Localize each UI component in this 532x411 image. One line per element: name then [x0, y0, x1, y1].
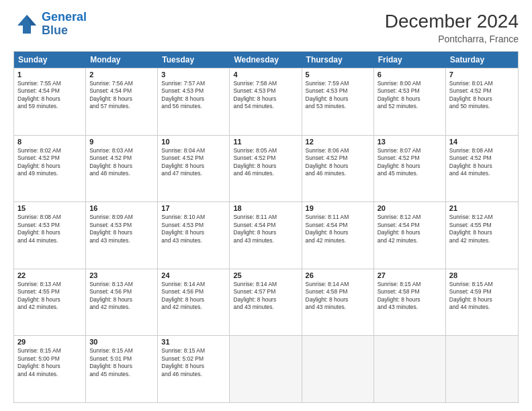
day-info-line: and 43 minutes. — [378, 304, 442, 311]
empty-cell — [230, 336, 302, 402]
day-info-line: Sunset: 5:02 PM — [161, 355, 226, 363]
day-cell-3: 3Sunrise: 7:57 AMSunset: 4:53 PMDaylight… — [158, 68, 230, 135]
day-info: Sunrise: 8:01 AMSunset: 4:52 PMDaylight:… — [449, 80, 515, 111]
day-info-line: Sunrise: 8:14 AM — [161, 281, 226, 288]
day-info-line: Sunset: 4:52 PM — [306, 154, 370, 162]
day-cell-4: 4Sunrise: 7:58 AMSunset: 4:53 PMDaylight… — [230, 68, 302, 135]
day-info-line: and 44 minutes. — [449, 304, 515, 311]
day-cell-25: 25Sunrise: 8:14 AMSunset: 4:57 PMDayligh… — [230, 269, 302, 336]
logo-general: General — [42, 10, 87, 24]
day-info-line: Sunrise: 8:14 AM — [306, 281, 370, 288]
day-info-line: Sunrise: 8:15 AM — [161, 347, 226, 355]
day-info-line: and 42 minutes. — [378, 237, 442, 244]
calendar-body: 1Sunrise: 7:55 AMSunset: 4:54 PMDaylight… — [14, 68, 518, 402]
day-info-line: Sunrise: 7:55 AM — [17, 80, 82, 87]
day-info-line: Daylight: 8 hours — [306, 163, 370, 170]
day-info-line: and 45 minutes. — [89, 371, 154, 378]
day-info-line: Sunrise: 8:01 AM — [449, 80, 515, 87]
day-number: 2 — [89, 71, 154, 79]
day-info-line: and 46 minutes. — [161, 371, 226, 378]
header-day-thursday: Thursday — [302, 52, 374, 68]
day-number: 5 — [306, 71, 370, 79]
day-info-line: and 49 minutes. — [17, 170, 82, 177]
day-info-line: Sunrise: 8:15 AM — [449, 281, 515, 288]
day-number: 19 — [306, 204, 370, 212]
day-info-line: Sunset: 4:54 PM — [17, 87, 82, 95]
day-info-line: Sunrise: 8:08 AM — [449, 147, 515, 154]
day-info-line: and 46 minutes. — [306, 170, 370, 177]
day-number: 16 — [89, 204, 154, 212]
day-info-line: Sunset: 4:57 PM — [233, 288, 298, 295]
day-cell-15: 15Sunrise: 8:08 AMSunset: 4:53 PMDayligh… — [14, 202, 86, 269]
day-info: Sunrise: 8:11 AMSunset: 4:54 PMDaylight:… — [233, 214, 298, 244]
week-row-3: 15Sunrise: 8:08 AMSunset: 4:53 PMDayligh… — [14, 201, 518, 269]
day-info: Sunrise: 8:15 AMSunset: 5:01 PMDaylight:… — [89, 347, 154, 378]
day-info-line: and 43 minutes. — [233, 237, 298, 244]
day-number: 9 — [89, 138, 154, 146]
day-info-line: Sunset: 4:54 PM — [306, 222, 370, 229]
day-number: 23 — [89, 271, 154, 279]
day-info: Sunrise: 8:13 AMSunset: 4:55 PMDaylight:… — [17, 281, 82, 312]
empty-cell — [446, 336, 518, 402]
day-info: Sunrise: 8:03 AMSunset: 4:52 PMDaylight:… — [89, 147, 154, 178]
day-info: Sunrise: 8:00 AMSunset: 4:53 PMDaylight:… — [378, 80, 442, 111]
day-info-line: Sunrise: 7:58 AM — [233, 80, 298, 87]
day-info-line: Daylight: 8 hours — [17, 296, 82, 304]
day-info-line: Sunrise: 8:07 AM — [378, 147, 442, 154]
day-info-line: Sunrise: 8:09 AM — [89, 214, 154, 221]
day-info-line: Sunrise: 8:12 AM — [449, 214, 515, 221]
day-info-line: Daylight: 8 hours — [233, 296, 298, 304]
day-info-line: and 47 minutes. — [161, 170, 226, 177]
day-info-line: Sunset: 4:52 PM — [161, 154, 226, 162]
day-info-line: and 59 minutes. — [17, 103, 82, 110]
header-day-monday: Monday — [86, 52, 158, 68]
day-info-line: and 44 minutes. — [449, 170, 515, 177]
day-info: Sunrise: 8:15 AMSunset: 5:02 PMDaylight:… — [161, 347, 226, 378]
day-info: Sunrise: 8:15 AMSunset: 4:59 PMDaylight:… — [449, 281, 515, 312]
day-info-line: Sunrise: 8:05 AM — [233, 147, 298, 154]
day-info: Sunrise: 8:05 AMSunset: 4:52 PMDaylight:… — [233, 147, 298, 178]
day-info-line: and 43 minutes. — [233, 304, 298, 311]
day-info-line: Sunset: 4:52 PM — [449, 154, 515, 162]
day-info-line: Sunset: 5:01 PM — [89, 355, 154, 363]
day-cell-18: 18Sunrise: 8:11 AMSunset: 4:54 PMDayligh… — [230, 202, 302, 269]
day-info: Sunrise: 8:04 AMSunset: 4:52 PMDaylight:… — [161, 147, 226, 178]
day-info-line: Sunrise: 8:15 AM — [17, 347, 82, 355]
day-info-line: Sunrise: 8:13 AM — [17, 281, 82, 288]
day-info-line: Sunrise: 7:59 AM — [306, 80, 370, 87]
day-cell-19: 19Sunrise: 8:11 AMSunset: 4:54 PMDayligh… — [302, 202, 374, 269]
day-number: 3 — [161, 71, 226, 79]
day-info: Sunrise: 7:56 AMSunset: 4:54 PMDaylight:… — [89, 80, 154, 111]
day-cell-5: 5Sunrise: 7:59 AMSunset: 4:53 PMDaylight… — [302, 68, 374, 135]
day-info: Sunrise: 8:15 AMSunset: 4:58 PMDaylight:… — [378, 281, 442, 312]
day-number: 12 — [306, 138, 370, 146]
day-info-line: Daylight: 8 hours — [233, 95, 298, 103]
day-info-line: Daylight: 8 hours — [17, 95, 82, 103]
day-cell-8: 8Sunrise: 8:02 AMSunset: 4:52 PMDaylight… — [14, 136, 86, 202]
day-info-line: Sunset: 4:53 PM — [161, 87, 226, 95]
day-info-line: Daylight: 8 hours — [449, 95, 515, 103]
logo: General Blue — [13, 11, 87, 38]
day-info-line: Sunset: 4:53 PM — [306, 87, 370, 95]
day-info-line: and 52 minutes. — [378, 103, 442, 110]
day-number: 18 — [233, 204, 298, 212]
week-row-4: 22Sunrise: 8:13 AMSunset: 4:55 PMDayligh… — [14, 269, 518, 336]
day-info-line: Daylight: 8 hours — [89, 229, 154, 236]
day-info-line: Sunset: 4:53 PM — [378, 87, 442, 95]
day-cell-1: 1Sunrise: 7:55 AMSunset: 4:54 PMDaylight… — [14, 68, 86, 135]
day-info-line: Sunset: 4:59 PM — [449, 288, 515, 295]
day-cell-23: 23Sunrise: 8:13 AMSunset: 4:56 PMDayligh… — [86, 269, 158, 336]
day-info-line: Daylight: 8 hours — [89, 296, 154, 304]
day-cell-26: 26Sunrise: 8:14 AMSunset: 4:58 PMDayligh… — [302, 269, 374, 336]
day-info-line: Sunset: 4:55 PM — [449, 222, 515, 229]
logo-text: General Blue — [42, 11, 87, 38]
day-info-line: Sunrise: 8:10 AM — [161, 214, 226, 221]
header-day-friday: Friday — [374, 52, 446, 68]
logo-blue: Blue — [42, 24, 68, 37]
page: General Blue December 2024 Pontcharra, F… — [0, 0, 532, 411]
day-number: 4 — [233, 71, 298, 79]
month-title: December 2024 — [385, 11, 519, 32]
day-info-line: Daylight: 8 hours — [306, 95, 370, 103]
day-number: 13 — [378, 138, 442, 146]
day-info-line: Sunrise: 8:15 AM — [89, 347, 154, 355]
